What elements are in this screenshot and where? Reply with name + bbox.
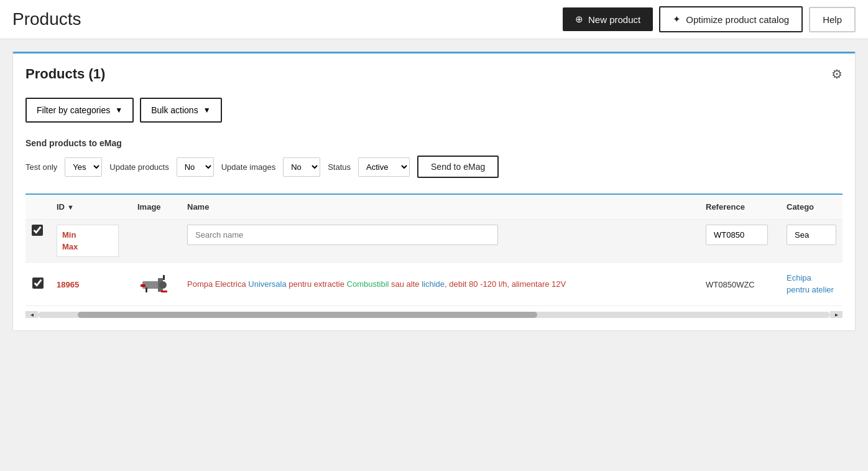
svg-rect-4 [163, 275, 165, 280]
th-id[interactable]: ID ▼ [50, 195, 131, 220]
id-max-label: Max [62, 242, 113, 251]
sort-icon: ▼ [67, 203, 74, 211]
product-category: Echipa pentru atelier [787, 273, 834, 294]
update-images-select[interactable]: No Yes [283, 157, 320, 177]
help-button[interactable]: Help [809, 7, 856, 32]
row-id-cell: 18965 [50, 263, 131, 306]
select-all-checkbox[interactable] [32, 225, 43, 236]
status-label: Status [328, 162, 351, 172]
th-image: Image [131, 195, 181, 220]
bulk-actions-button[interactable]: Bulk actions ▼ [140, 98, 221, 123]
puzzle-icon: ✦ [673, 14, 681, 25]
filter-by-categories-button[interactable]: Filter by categories ▼ [25, 98, 134, 123]
row-checkbox[interactable] [32, 277, 44, 289]
section-header: Products (1) ⚙ [25, 66, 843, 82]
table-row: 18965 [25, 263, 843, 306]
reference-filter-input[interactable] [706, 225, 768, 245]
products-table: ID ▼ Image Name Reference Catego [25, 195, 843, 306]
row-checkbox-cell [25, 263, 50, 306]
filter-id-cell: Min Max [50, 220, 131, 263]
svg-point-2 [159, 281, 167, 289]
filter-row: Filter by categories ▼ Bulk actions ▼ [25, 98, 843, 123]
svg-rect-3 [141, 284, 145, 287]
test-only-label: Test only [25, 162, 57, 172]
plus-circle-icon: ⊕ [575, 14, 583, 25]
header-actions: ⊕ New product ✦ Optimize product catalog… [563, 6, 856, 32]
gear-icon[interactable]: ⚙ [831, 67, 843, 82]
update-products-select[interactable]: No Yes [177, 157, 214, 177]
row-reference-cell: WT0850WZC [699, 263, 780, 306]
optimize-button[interactable]: ✦ Optimize product catalog [659, 6, 803, 32]
main-content: Products (1) ⚙ Filter by categories ▼ Bu… [12, 52, 856, 331]
filter-name-cell [181, 220, 699, 263]
scroll-right-arrow[interactable]: ▸ [830, 311, 843, 318]
th-name: Name [181, 195, 699, 220]
product-image [137, 270, 175, 298]
svg-rect-5 [161, 291, 167, 292]
test-only-select[interactable]: Yes No [65, 157, 102, 177]
page-title: Products [12, 9, 81, 29]
page-header: Products ⊕ New product ✦ Optimize produc… [0, 0, 868, 39]
product-id: 18965 [57, 280, 79, 289]
send-controls: Test only Yes No Update products No Yes … [25, 156, 843, 178]
chevron-down-icon: ▼ [203, 106, 211, 114]
status-select[interactable]: Active Inactive [358, 157, 410, 177]
filter-checkbox-cell [25, 220, 50, 263]
row-name-cell: Pompa Electrica Universala pentru extrac… [181, 263, 699, 306]
send-section-title: Send products to eMag [25, 138, 843, 148]
update-images-label: Update images [221, 162, 275, 172]
scroll-left-arrow[interactable]: ◂ [25, 311, 38, 318]
chevron-down-icon: ▼ [115, 106, 122, 114]
row-image-cell [131, 263, 181, 306]
svg-rect-6 [145, 287, 147, 292]
id-filter-popup: Min Max [57, 225, 119, 257]
new-product-button[interactable]: ⊕ New product [563, 7, 653, 31]
products-table-wrapper: ID ▼ Image Name Reference Catego [25, 194, 843, 306]
update-products-label: Update products [109, 162, 169, 172]
table-filter-row: Min Max [25, 220, 843, 263]
id-min-label: Min [62, 230, 113, 240]
th-category: Catego [780, 195, 843, 220]
product-reference: WT0850WZC [706, 280, 755, 289]
category-filter-input[interactable] [787, 225, 836, 245]
search-name-input[interactable] [187, 225, 498, 245]
section-title: Products (1) [25, 66, 105, 82]
filter-reference-cell [699, 220, 780, 263]
product-name: Pompa Electrica Universala pentru extrac… [187, 279, 566, 289]
scrollbar-track[interactable] [38, 312, 830, 318]
send-products-section: Send products to eMag Test only Yes No U… [25, 138, 843, 178]
th-reference: Reference [699, 195, 780, 220]
table-header-row: ID ▼ Image Name Reference Catego [25, 195, 843, 220]
product-image-svg [139, 272, 173, 297]
scrollbar-thumb[interactable] [78, 312, 537, 318]
horizontal-scrollbar[interactable]: ◂ ▸ [25, 311, 843, 318]
filter-category-cell [780, 220, 843, 263]
filter-image-cell [131, 220, 181, 263]
send-to-emag-button[interactable]: Send to eMag [417, 156, 499, 178]
th-checkbox [25, 195, 50, 220]
row-category-cell: Echipa pentru atelier [780, 263, 843, 306]
